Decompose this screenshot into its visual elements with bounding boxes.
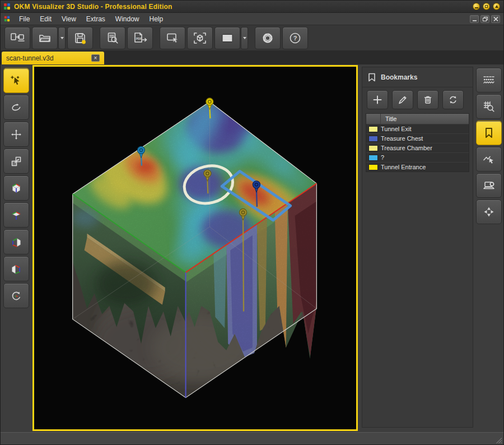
chevron-down-icon (60, 37, 64, 39)
save-icon (73, 31, 87, 45)
viewport-3d[interactable] (32, 65, 358, 431)
pdf-export-icon: PDF (133, 31, 147, 45)
menu-view[interactable]: View (57, 14, 81, 24)
rotate-tool-button[interactable] (3, 95, 29, 120)
app-logo-icon (4, 3, 10, 10)
bookmark-row-treasure-chamber[interactable]: Treasure Chamber (366, 143, 469, 152)
navigation-button[interactable] (476, 200, 502, 224)
view-front-icon (10, 262, 23, 276)
delete-bookmark-button[interactable] (417, 90, 438, 109)
status-bar (1, 432, 503, 445)
screen-capture-icon (166, 31, 179, 45)
open-file-dropdown[interactable] (58, 27, 66, 49)
title-bar[interactable]: OKM Visualizer 3D Studio - Professional … (1, 1, 503, 13)
refresh-bookmarks-button[interactable] (442, 90, 464, 109)
app-window: OKM Visualizer 3D Studio - Professional … (0, 0, 504, 445)
fit-view-button[interactable] (187, 27, 213, 49)
reset-view-button[interactable] (3, 283, 29, 308)
pan-tool-icon (10, 128, 23, 141)
print-preview-button[interactable] (100, 27, 125, 49)
bookmark-title: Tunnel Entrance (381, 164, 426, 170)
chevron-down-icon (243, 37, 246, 39)
menu-edit[interactable]: Edit (35, 14, 57, 24)
scan-scene[interactable] (34, 67, 356, 429)
view-top-icon (10, 208, 23, 222)
mdi-restore-button[interactable] (480, 15, 489, 23)
tab-bar: scan-tunnel.v3d × (1, 51, 503, 64)
mdi-restore-icon (482, 16, 488, 22)
document-logo-icon (4, 16, 10, 21)
plus-icon (372, 94, 383, 105)
color-column (366, 114, 381, 124)
ground-scan-icon (482, 73, 496, 87)
gear-icon (261, 31, 274, 45)
bookmark-row-tunnel-entrance[interactable]: Tunnel Entrance (366, 162, 469, 171)
title-column-header: Title (381, 115, 396, 122)
mdi-close-button[interactable] (491, 15, 500, 23)
bookmarks-header: Bookmarks (362, 67, 473, 87)
view-front-button[interactable] (3, 256, 29, 281)
bookmarks-table-header[interactable]: Title (366, 114, 469, 124)
tab-label: scan-tunnel.v3d (6, 54, 54, 62)
add-bookmark-button[interactable] (367, 90, 388, 109)
bookmarks-panel: Bookmarks Title Tunnel Exit (362, 67, 473, 428)
bookmark-title: Treasure Chamber (381, 145, 432, 151)
rotate-tool-icon (10, 101, 23, 114)
bookmark-row-unknown[interactable]: ? (366, 152, 469, 162)
view-side-button[interactable] (3, 229, 29, 254)
bookmark-icon (368, 73, 376, 82)
tab-scan-tunnel[interactable]: scan-tunnel.v3d × (2, 52, 104, 64)
bookmark-title: ? (381, 154, 384, 161)
main-toolbar: PDF (1, 25, 503, 51)
bookmark-color-swatch (368, 126, 378, 132)
svg-text:?: ? (293, 35, 297, 41)
view-3d-button[interactable] (3, 175, 29, 201)
scale-tool-button[interactable] (3, 149, 29, 174)
help-button[interactable]: ? (282, 27, 308, 49)
export-pdf-button[interactable]: PDF (127, 27, 153, 49)
mdi-minimize-button[interactable] (470, 15, 479, 23)
bookmark-title: Tunnel Exit (381, 126, 412, 132)
bookmark-color-swatch (368, 155, 378, 161)
bookmark-color-swatch (368, 136, 378, 142)
maximize-button[interactable] (483, 3, 490, 10)
minimize-button[interactable] (473, 3, 480, 10)
view-top-button[interactable] (3, 202, 29, 228)
reset-view-icon (10, 289, 23, 303)
edit-bookmark-button[interactable] (392, 90, 413, 109)
background-color-dropdown[interactable] (241, 27, 248, 49)
background-color-button[interactable] (214, 27, 240, 49)
import-scan-button[interactable] (4, 27, 30, 49)
help-icon: ? (288, 31, 302, 45)
grid-search-button[interactable] (476, 94, 502, 119)
menu-window[interactable]: Window (110, 14, 144, 24)
open-file-button[interactable] (32, 27, 58, 49)
menu-file[interactable]: File (14, 14, 35, 24)
capture-screen-button[interactable] (160, 27, 185, 49)
bookmark-row-tunnel-exit[interactable]: Tunnel Exit (366, 124, 469, 133)
device-settings-button[interactable] (476, 173, 502, 198)
save-file-button[interactable] (67, 27, 93, 49)
bookmark-color-swatch (368, 164, 378, 170)
bookmarks-table: Title Tunnel Exit Treasure Chest Treasur… (366, 113, 469, 172)
bookmark-row-treasure-chest[interactable]: Treasure Chest (366, 133, 469, 143)
tab-close-button[interactable]: × (91, 54, 100, 62)
bookmark-icon (482, 126, 496, 140)
select-tool-button[interactable] (3, 68, 29, 93)
bookmark-color-swatch (368, 145, 378, 151)
menu-extras[interactable]: Extras (81, 14, 110, 24)
view-side-icon (10, 235, 23, 249)
resize-grip[interactable] (495, 437, 502, 443)
settings-button[interactable] (255, 27, 281, 49)
import-scan-icon (10, 31, 25, 45)
ground-scan-button[interactable] (476, 68, 502, 92)
menu-help[interactable]: Help (144, 14, 169, 24)
minimize-icon (475, 7, 478, 8)
bookmarks-button[interactable] (476, 120, 502, 145)
select-tool-icon (10, 74, 23, 87)
mdi-close-icon (493, 16, 499, 22)
signal-analysis-button[interactable] (476, 147, 502, 171)
document-search-icon (106, 31, 119, 45)
pan-tool-button[interactable] (3, 122, 29, 147)
close-button[interactable] (493, 3, 500, 10)
